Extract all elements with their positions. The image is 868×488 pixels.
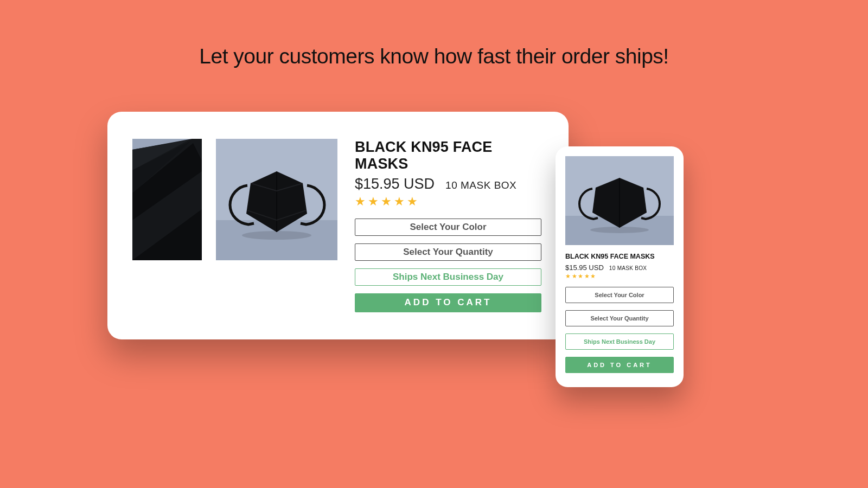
- select-color-button-mobile[interactable]: Select Your Color: [565, 287, 674, 303]
- product-main-image[interactable]: [216, 139, 337, 260]
- mask-product-icon: [565, 156, 674, 245]
- rating-stars: ★★★★★: [355, 195, 541, 209]
- add-to-cart-button-mobile[interactable]: ADD TO CART: [565, 357, 674, 373]
- page-headline: Let your customers know how fast their o…: [0, 44, 868, 68]
- price-row-mobile: $15.95 USD 10 MASK BOX: [565, 264, 674, 272]
- select-quantity-button[interactable]: Select Your Quantity: [355, 243, 541, 261]
- product-title: BLACK KN95 FACE MASKS: [355, 139, 541, 172]
- mask-closeup-icon: [132, 139, 202, 260]
- product-card-mobile: BLACK KN95 FACE MASKS $15.95 USD 10 MASK…: [556, 146, 684, 387]
- product-thumbnail[interactable]: [132, 139, 202, 260]
- product-title-mobile: BLACK KN95 FACE MASKS: [565, 253, 674, 260]
- add-to-cart-button[interactable]: ADD TO CART: [355, 293, 541, 312]
- product-price: $15.95 USD: [355, 176, 435, 192]
- svg-point-11: [590, 227, 649, 233]
- product-card-desktop: BLACK KN95 FACE MASKS $15.95 USD 10 MASK…: [107, 112, 569, 339]
- product-variant-mobile: 10 MASK BOX: [609, 265, 647, 271]
- svg-point-8: [242, 231, 311, 240]
- shipping-notice[interactable]: Ships Next Business Day: [355, 268, 541, 286]
- product-main-image-mobile[interactable]: [565, 156, 674, 245]
- product-price-mobile: $15.95 USD: [565, 264, 604, 272]
- product-variant: 10 MASK BOX: [445, 179, 516, 191]
- shipping-notice-mobile[interactable]: Ships Next Business Day: [565, 333, 674, 350]
- select-quantity-button-mobile[interactable]: Select Your Quantity: [565, 310, 674, 326]
- select-color-button[interactable]: Select Your Color: [355, 219, 541, 236]
- product-gallery: [132, 139, 337, 312]
- rating-stars-mobile: ★★★★★: [565, 273, 674, 280]
- price-row: $15.95 USD 10 MASK BOX: [355, 176, 541, 192]
- product-info: BLACK KN95 FACE MASKS $15.95 USD 10 MASK…: [355, 139, 541, 312]
- mask-product-icon: [216, 139, 337, 260]
